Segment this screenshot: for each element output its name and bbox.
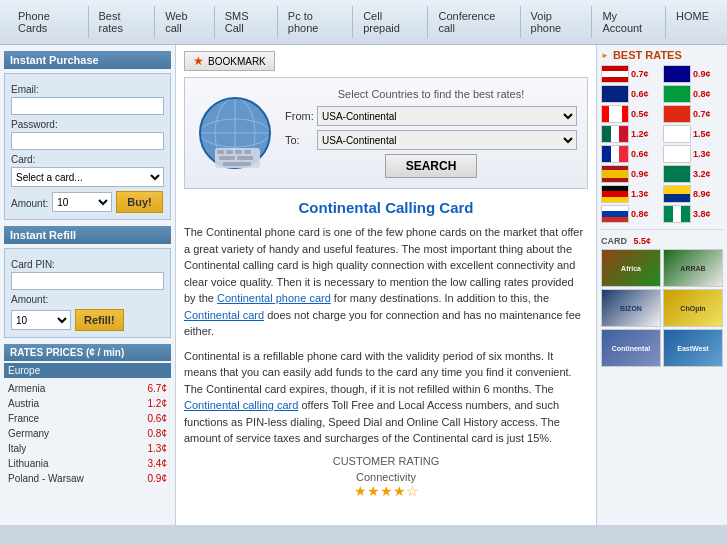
nav-item-conference-call[interactable]: Conference call	[428, 6, 520, 38]
rate-value: 1.3¢	[693, 149, 711, 159]
rate-value: 0.8¢	[693, 89, 711, 99]
flag-icon	[601, 185, 629, 203]
rate-item: 0.9¢	[601, 165, 661, 183]
bookmark-icon: ★	[193, 54, 204, 68]
flag-icon	[601, 85, 629, 103]
continental-link-3[interactable]: Continental calling card	[184, 399, 298, 411]
rate-value: 1.2¢	[631, 129, 649, 139]
globe-icon	[195, 93, 275, 173]
rates-row: Italy1.3¢	[6, 442, 169, 455]
card-section-label: CARD 5.5¢	[601, 236, 723, 246]
nav-item-home[interactable]: HOME	[666, 6, 719, 26]
connectivity-label: Connectivity	[184, 471, 588, 483]
rate-value: 8.9¢	[693, 189, 711, 199]
rate-value: 1.5¢	[693, 129, 711, 139]
flag-icon	[601, 105, 629, 123]
card-thumbnail[interactable]: ARRAB	[663, 249, 723, 287]
card-thumbnails: AfricaARRABBIZONChOpinContinentalEastWes…	[601, 249, 723, 367]
from-select[interactable]: USA-Continental	[317, 106, 577, 126]
customer-rating-section: CUSTOMER RATING Connectivity ★★★★☆	[184, 455, 588, 499]
nav-item-pc-to-phone[interactable]: Pc to phone	[278, 6, 353, 38]
rates-row: Poland - Warsaw0.9¢	[6, 472, 169, 485]
country-name: Italy	[6, 442, 130, 455]
rate-value: 0.9¢	[631, 169, 649, 179]
card-thumbnail[interactable]: BIZON	[601, 289, 661, 327]
center-content: ★ BOOKMARK	[175, 45, 597, 525]
nav-item-phone-cards[interactable]: Phone Cards	[8, 6, 89, 38]
card-description-2: Continental is a refillable phone card w…	[184, 348, 588, 447]
search-prompt: Select Countries to find the best rates!	[285, 88, 577, 100]
card-thumbnail[interactable]: Africa	[601, 249, 661, 287]
rate-item: 0.6¢	[601, 145, 661, 163]
europe-section-title: Europe	[4, 363, 171, 378]
to-select[interactable]: USA-Continental	[317, 130, 577, 150]
refill-amount-select[interactable]: 10 20	[11, 310, 71, 330]
email-input[interactable]	[11, 97, 164, 115]
instant-refill-title: Instant Refill	[4, 226, 171, 244]
country-name: Armenia	[6, 382, 130, 395]
rate-item: 1.3¢	[601, 185, 661, 203]
nav-item-voip-phone[interactable]: Voip phone	[521, 6, 593, 38]
rate-item: 3.2¢	[663, 165, 723, 183]
card-pin-input[interactable]	[11, 272, 164, 290]
flag-icon	[663, 65, 691, 83]
country-name: France	[6, 412, 130, 425]
instant-purchase-panel: Email: Password: Card: Select a card... …	[4, 73, 171, 220]
svg-rect-7	[217, 150, 224, 154]
nav-item-sms-call[interactable]: SMS Call	[215, 6, 278, 38]
desc-text-4: Continental is a refillable phone card w…	[184, 350, 572, 395]
country-name: Poland - Warsaw	[6, 472, 130, 485]
rate-value: 0.9¢	[132, 472, 169, 485]
svg-rect-8	[226, 150, 233, 154]
rate-item: 0.9¢	[663, 65, 723, 83]
rate-value: 0.7¢	[693, 109, 711, 119]
country-name: Germany	[6, 427, 130, 440]
nav-item-cell-prepaid[interactable]: Cell prepaid	[353, 6, 428, 38]
rate-value: 0.7¢	[631, 69, 649, 79]
nav-item-best-rates[interactable]: Best rates	[89, 6, 156, 38]
rate-item: 1.3¢	[663, 145, 723, 163]
continental-link-2[interactable]: Continental card	[184, 309, 264, 321]
bookmark-button[interactable]: ★ BOOKMARK	[184, 51, 275, 71]
rates-row: Armenia6.7¢	[6, 382, 169, 395]
flag-icon	[601, 65, 629, 83]
country-name: Lithuania	[6, 457, 130, 470]
card-select[interactable]: Select a card...	[11, 167, 164, 187]
instant-refill-panel: Card PIN: Amount: 10 20 Refill!	[4, 248, 171, 338]
rate-value: 0.6¢	[132, 412, 169, 425]
card-thumbnail[interactable]: ChOpin	[663, 289, 723, 327]
refill-button[interactable]: Refill!	[75, 309, 124, 331]
svg-rect-9	[235, 150, 242, 154]
svg-rect-11	[219, 156, 235, 160]
search-widget: Select Countries to find the best rates!…	[184, 77, 588, 189]
nav-item-web-call[interactable]: Web call	[155, 6, 215, 38]
rate-item: 3.8¢	[663, 205, 723, 223]
rates-row: France0.6¢	[6, 412, 169, 425]
left-sidebar: Instant Purchase Email: Password: Card: …	[0, 45, 175, 525]
rates-prices-title: RATES PRICES (¢ / min)	[4, 344, 171, 361]
password-input[interactable]	[11, 132, 164, 150]
card-thumbnail[interactable]: Continental	[601, 329, 661, 367]
card-label: Card:	[11, 154, 164, 165]
card-thumbnail[interactable]: EastWest	[663, 329, 723, 367]
svg-rect-12	[237, 156, 253, 160]
flag-icon	[663, 145, 691, 163]
top-navigation: Phone CardsBest ratesWeb callSMS CallPc …	[0, 0, 727, 45]
nav-item-my-account[interactable]: My Account	[592, 6, 666, 38]
amount-select[interactable]: 10 20 30	[52, 192, 112, 212]
amount-label: Amount:	[11, 198, 48, 209]
buy-button[interactable]: Buy!	[116, 191, 162, 213]
bookmark-label: BOOKMARK	[208, 56, 266, 67]
rate-item: 0.5¢	[601, 105, 661, 123]
search-button[interactable]: SEARCH	[385, 154, 478, 178]
rate-value: 0.6¢	[631, 89, 649, 99]
country-name: Austria	[6, 397, 130, 410]
best-rates-title: BEST RATES	[601, 49, 723, 61]
continental-link-1[interactable]: Continental phone card	[217, 292, 331, 304]
rate-value: 1.3¢	[631, 189, 649, 199]
flag-icon	[663, 165, 691, 183]
customer-rating-label: CUSTOMER RATING	[184, 455, 588, 467]
rates-row: Germany0.8¢	[6, 427, 169, 440]
instant-purchase-title: Instant Purchase	[4, 51, 171, 69]
svg-rect-10	[244, 150, 251, 154]
